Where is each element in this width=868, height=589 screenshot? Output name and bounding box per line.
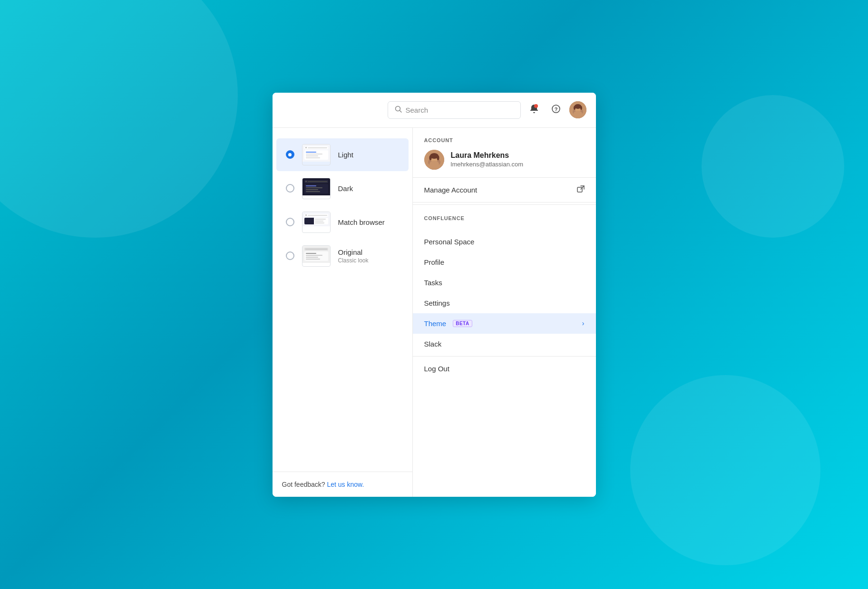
theme-label-match-browser: Match browser <box>338 218 385 226</box>
theme-option-match-browser[interactable]: Match browser <box>276 206 409 239</box>
radio-original <box>286 251 294 260</box>
search-icon <box>395 106 402 115</box>
slack-label: Slack <box>424 340 442 348</box>
theme-menu-left: Theme BETA <box>424 319 472 328</box>
user-details: Laura Mehrkens lmehrkens@atlassian.com <box>451 151 524 168</box>
user-name: Laura Mehrkens <box>451 151 524 160</box>
bg-decoration-1 <box>0 0 238 238</box>
radio-match-browser <box>286 218 294 226</box>
theme-options-list: Light <box>273 128 412 472</box>
theme-thumbnail-light <box>302 144 331 165</box>
menu-item-logout[interactable]: Log Out <box>413 358 596 379</box>
user-email: lmehrkens@atlassian.com <box>451 161 524 168</box>
manage-account-row[interactable]: Manage Account <box>413 178 596 203</box>
theme-label-dark: Dark <box>338 184 353 193</box>
theme-option-dark[interactable]: Dark <box>276 172 409 205</box>
avatar-button[interactable] <box>569 101 586 118</box>
user-info: Laura Mehrkens lmehrkens@atlassian.com <box>424 150 585 170</box>
svg-point-17 <box>429 155 431 160</box>
feedback-link[interactable]: Let us know. <box>327 481 364 488</box>
bg-decoration-2 <box>630 375 820 565</box>
profile-label: Profile <box>424 258 445 266</box>
menu-item-profile[interactable]: Profile <box>413 252 596 272</box>
divider-1 <box>413 204 596 205</box>
chevron-right-icon: › <box>582 319 585 327</box>
main-card: Search ? <box>273 93 596 497</box>
notifications-button[interactable] <box>526 101 543 118</box>
menu-item-settings[interactable]: Settings <box>413 293 596 313</box>
personal-space-label: Personal Space <box>424 238 475 246</box>
bg-decoration-3 <box>702 95 844 238</box>
theme-sublabel-original: Classic look <box>338 257 369 264</box>
menu-item-slack[interactable]: Slack <box>413 334 596 354</box>
account-section: ACCOUNT Laura M <box>413 128 596 178</box>
theme-thumbnail-match-browser <box>302 212 331 233</box>
svg-text:?: ? <box>554 106 557 112</box>
feedback-bar: Got feedback? Let us know. <box>273 472 412 497</box>
settings-label: Settings <box>424 299 450 307</box>
confluence-section-label: CONFLUENCE <box>424 215 585 221</box>
logout-label: Log Out <box>424 365 449 373</box>
bell-icon <box>530 104 538 116</box>
menu-item-theme[interactable]: Theme BETA › <box>413 313 596 334</box>
svg-point-11 <box>580 106 582 110</box>
help-icon: ? <box>552 105 560 116</box>
content-area: Light <box>273 128 596 497</box>
theme-option-original[interactable]: Original Classic look <box>276 240 409 272</box>
top-bar: Search ? <box>273 93 596 128</box>
svg-line-1 <box>400 110 401 112</box>
theme-thumbnail-dark <box>302 178 331 199</box>
dropdown-menu: ACCOUNT Laura M <box>413 128 596 497</box>
svg-point-2 <box>534 104 538 108</box>
manage-account-text: Manage Account <box>424 186 478 194</box>
theme-label: Theme <box>424 319 447 328</box>
tasks-label: Tasks <box>424 279 442 287</box>
confluence-section: CONFLUENCE <box>413 207 596 232</box>
radio-light <box>286 150 294 159</box>
external-link-icon <box>577 185 585 194</box>
radio-dark <box>286 184 294 193</box>
svg-point-18 <box>437 155 439 160</box>
beta-badge: BETA <box>453 320 472 327</box>
theme-option-light[interactable]: Light <box>276 138 409 171</box>
search-placeholder: Search <box>406 106 429 114</box>
menu-item-tasks[interactable]: Tasks <box>413 272 596 293</box>
divider-2 <box>413 356 596 357</box>
svg-point-15 <box>429 161 439 167</box>
theme-label-original: Original <box>338 248 369 256</box>
svg-point-8 <box>574 111 582 116</box>
user-avatar-menu <box>424 150 444 170</box>
search-box[interactable]: Search <box>388 101 521 119</box>
theme-label-light: Light <box>338 151 354 159</box>
theme-thumbnail-original <box>302 245 331 267</box>
help-button[interactable]: ? <box>547 101 565 118</box>
user-avatar-header <box>569 101 586 118</box>
theme-panel: Light <box>273 128 413 497</box>
menu-item-personal-space[interactable]: Personal Space <box>413 232 596 252</box>
svg-point-10 <box>574 106 575 110</box>
feedback-text: Got feedback? <box>282 481 325 488</box>
account-section-label: ACCOUNT <box>424 137 585 143</box>
